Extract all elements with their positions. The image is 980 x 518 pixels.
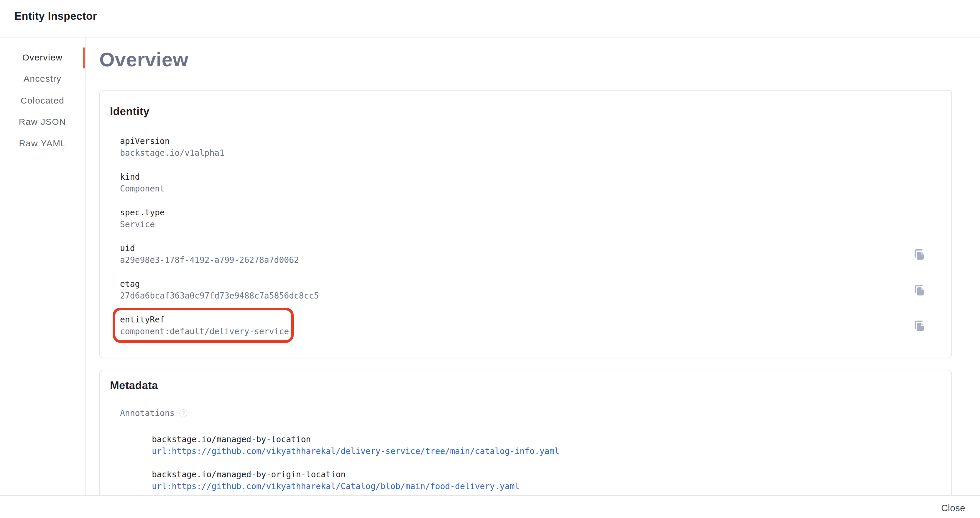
field-label: kind [120,171,165,183]
field-value: backstage.io/v1alpha1 [120,147,224,159]
help-icon[interactable]: ? [179,409,188,418]
dialog-header: Entity Inspector [0,0,980,37]
field-apiversion: apiVersion backstage.io/v1alpha1 [120,135,224,159]
field-value: 27d6a6bcaf363a0c97fd73e9488c7a5856dc8cc5 [120,290,319,302]
copy-uid-button[interactable] [913,248,926,261]
sidebar-item-ancestry[interactable]: Ancestry [0,73,85,84]
field-label: etag [120,278,319,290]
field-value: a29e98e3-178f-4192-a799-26278a7d0062 [120,254,299,266]
dialog-title: Entity Inspector [14,10,97,22]
sidebar-item-overview[interactable]: Overview [0,52,85,64]
field-label: spec.type [120,207,165,218]
field-label: uid [120,242,299,254]
metadata-card-title: Metadata [110,379,158,392]
identity-card: Identity apiVersion backstage.io/v1alpha… [99,90,952,359]
annotation-key: backstage.io/managed-by-origin-location [152,469,519,481]
page-title: Overview [99,48,188,71]
annotation-managed-by-location: backstage.io/managed-by-location url:htt… [152,434,559,457]
sidebar-item-colocated[interactable]: Colocated [0,95,85,107]
annotations-label: Annotations [120,407,175,419]
field-value: Component [120,183,165,195]
copy-etag-button[interactable] [913,284,926,296]
annotations-section: Annotations ? [120,407,188,419]
field-label: apiVersion [120,135,224,147]
field-entityref: entityRef component:default/delivery-ser… [120,314,289,338]
copy-entityref-button[interactable] [913,319,926,332]
annotation-link[interactable]: url:https://github.com/vikyathharekal/de… [152,445,559,457]
field-kind: kind Component [120,171,165,195]
copy-icon [913,284,926,296]
field-spec-type: spec.type Service [120,207,165,230]
field-uid: uid a29e98e3-178f-4192-a799-26278a7d0062 [120,242,299,266]
dialog-footer: Close [0,495,980,518]
sidebar-item-raw-yaml[interactable]: Raw YAML [0,137,85,149]
close-button[interactable]: Close [939,500,967,516]
field-etag: etag 27d6a6bcaf363a0c97fd73e9488c7a5856d… [120,278,319,302]
annotation-key: backstage.io/managed-by-location [152,434,559,445]
copy-icon [913,319,926,332]
field-label: entityRef [120,314,289,326]
sidebar-item-raw-json[interactable]: Raw JSON [0,116,85,128]
copy-icon [913,248,926,261]
annotation-managed-by-origin-location: backstage.io/managed-by-origin-location … [152,469,519,492]
active-tab-indicator [83,48,85,69]
field-value: component:default/delivery-service [120,326,289,338]
identity-card-title: Identity [110,105,150,118]
annotation-link[interactable]: url:https://github.com/vikyathharekal/Ca… [152,481,519,492]
field-value: Service [120,218,165,230]
inspector-sidebar: Overview Ancestry Colocated Raw JSON Raw… [0,37,86,495]
